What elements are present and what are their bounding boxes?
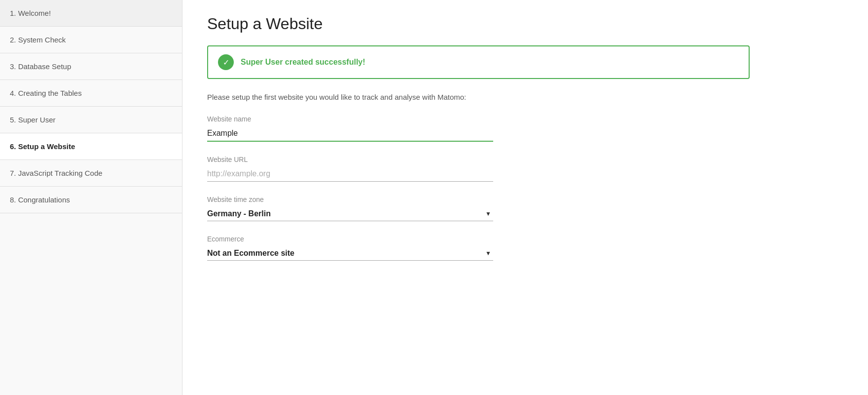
- ecommerce-label: Ecommerce: [207, 235, 493, 243]
- sidebar-item-setup-website[interactable]: 6. Setup a Website: [0, 133, 182, 160]
- ecommerce-group: Ecommerce Not an Ecommerce siteEcommerce…: [207, 235, 493, 261]
- website-url-group: Website URL: [207, 156, 493, 182]
- website-name-input[interactable]: [207, 126, 493, 142]
- sidebar-item-creating-tables[interactable]: 4. Creating the Tables: [0, 80, 182, 107]
- ecommerce-select[interactable]: Not an Ecommerce siteEcommerce enabled: [207, 249, 493, 257]
- website-url-input[interactable]: [207, 166, 493, 182]
- success-message: Super User created successfully!: [241, 58, 365, 67]
- sidebar: 1. Welcome!2. System Check3. Database Se…: [0, 0, 182, 395]
- sidebar-item-super-user[interactable]: 5. Super User: [0, 107, 182, 133]
- sidebar-item-system-check[interactable]: 2. System Check: [0, 27, 182, 53]
- ecommerce-select-wrapper: Not an Ecommerce siteEcommerce enabled ▼: [207, 246, 493, 261]
- checkmark-icon: ✓: [223, 58, 229, 67]
- main-content: Setup a Website ✓ Super User created suc…: [182, 0, 868, 395]
- sidebar-item-js-tracking[interactable]: 7. JavaScript Tracking Code: [0, 160, 182, 187]
- website-url-label: Website URL: [207, 156, 493, 163]
- website-name-label: Website name: [207, 115, 493, 123]
- website-name-group: Website name: [207, 115, 493, 142]
- timezone-select-wrapper: Germany - BerlinUTCAmerica/New_YorkAmeri…: [207, 206, 493, 221]
- success-banner: ✓ Super User created successfully!: [207, 45, 750, 79]
- sidebar-item-welcome[interactable]: 1. Welcome!: [0, 0, 182, 27]
- sidebar-item-database-setup[interactable]: 3. Database Setup: [0, 53, 182, 80]
- sidebar-item-congratulations[interactable]: 8. Congratulations: [0, 187, 182, 213]
- timezone-label: Website time zone: [207, 196, 493, 203]
- form-description: Please setup the first website you would…: [207, 93, 750, 101]
- timezone-group: Website time zone Germany - BerlinUTCAme…: [207, 196, 493, 221]
- success-icon: ✓: [218, 54, 234, 70]
- timezone-select[interactable]: Germany - BerlinUTCAmerica/New_YorkAmeri…: [207, 209, 493, 218]
- page-title: Setup a Website: [207, 15, 843, 33]
